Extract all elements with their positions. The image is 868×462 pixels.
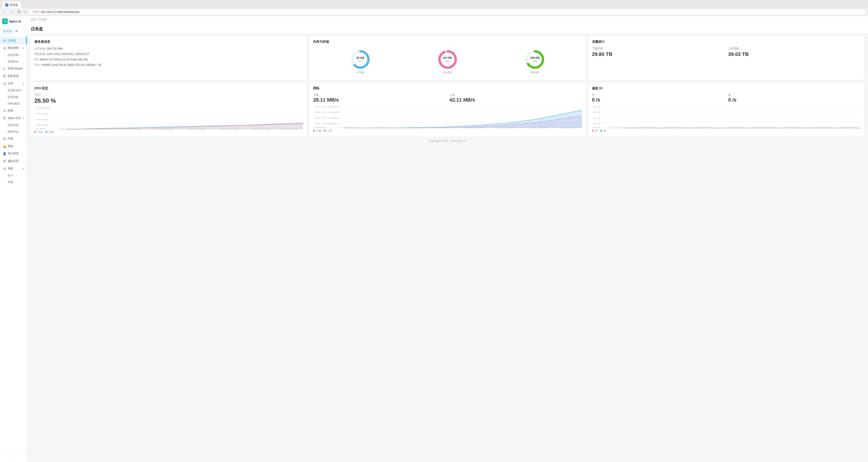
swap-gauge-container: 8.0 GB Swap 8.6 GB: [437, 49, 458, 74]
home-button[interactable]: ⌂: [23, 9, 27, 14]
sidebar-item-site-mgmt[interactable]: ◎ 网站管理 ∧: [0, 44, 27, 52]
svg-text:21:43:50: 21:43:50: [665, 127, 683, 128]
upload-traffic-label: 上传流量: [728, 47, 861, 51]
diskio-title: 磁盘 IO: [592, 86, 861, 90]
reload-button[interactable]: ↻: [17, 9, 22, 14]
sidebar-item-cert-list[interactable]: 证书列表: [0, 94, 27, 100]
dashboard-grid: 服务器信息 运行时间: 16d 11h 39m 系统负载: 1min: 5.63…: [31, 36, 864, 137]
download-traffic-value: 29.80 TB: [592, 51, 725, 57]
sidebar-item-env[interactable]: ☰ 环境: [0, 135, 27, 143]
sidebar-item-label: Nginx 日志: [8, 116, 21, 120]
sidebar-item-site-list[interactable]: 站点列表: [0, 52, 27, 58]
forward-button[interactable]: →: [9, 9, 15, 14]
cpu-value: 26.50 %: [34, 97, 303, 104]
sidebar-item-about[interactable]: 关于: [0, 172, 27, 179]
page-title: 仪表盘: [31, 26, 864, 32]
diskio-chart-legend: 写 读: [592, 129, 861, 132]
active-tab[interactable]: 仪表盘: [2, 1, 21, 8]
legend-read-label: 读: [603, 129, 606, 132]
svg-text:21:45:00: 21:45:00: [60, 128, 77, 130]
net-upload-label: 上传: [450, 93, 582, 97]
logo-text: Nginx UI: [9, 20, 21, 23]
svg-text:22:00:00: 22:00:00: [156, 128, 174, 130]
load-row: 系统负载: 1min: 5.63 | 5min:5.91 | 15min:5.2…: [34, 52, 303, 56]
back-button[interactable]: ←: [2, 9, 8, 14]
terminal-icon: ⊡: [3, 109, 6, 113]
breadcrumb-home[interactable]: 首页: [31, 18, 36, 22]
svg-text:18.10 MB/s: 18.10 MB/s: [314, 123, 340, 125]
svg-text:0.0: 0.0: [593, 106, 600, 108]
legend-down-label: 下载: [316, 129, 321, 132]
sidebar-item-add-site[interactable]: 添加站点: [0, 58, 27, 65]
page-header: 仪表盘: [27, 24, 868, 33]
legend-up-label: 上传: [327, 129, 332, 132]
chevron-up-icon: ∧: [23, 82, 24, 85]
sidebar-nav: ⊞ 仪表盘 ◎ 网站管理 ∧ 站点列表 添加站点 ▷ 管理 Stream ☰ 配…: [0, 36, 27, 455]
dashboard-icon: ⊞: [3, 39, 6, 42]
sidebar-item-terminal[interactable]: ⊡ 终端: [0, 107, 27, 115]
sidebar-item-system[interactable]: ◎ 系统 ∧: [0, 165, 27, 172]
site-mgmt-icon: ◎: [3, 47, 6, 50]
sidebar-item-nginx-log[interactable]: ☰ Nginx 日志 ∧: [0, 115, 27, 122]
download-traffic: 下载流量 29.80 TB: [592, 47, 725, 57]
sidebar-item-label: 环境: [8, 137, 13, 141]
sidebar-item-config-mgmt[interactable]: ☰ 配置管理: [0, 72, 27, 80]
cpu-legend-user: User: [34, 130, 43, 133]
mem-gauge-svg: 42 GB 内存: [350, 49, 370, 70]
mem-gauge-container: 42 GB 内存 67 GB: [350, 49, 370, 74]
sidebar-item-cert[interactable]: ◎ 证书 ∧: [0, 80, 27, 87]
url-text: 192.168.8.27:9091/#/dashboard: [41, 10, 79, 13]
sidebar-item-error-log[interactable]: 错误日志: [0, 128, 27, 135]
url-bar[interactable]: 不安全 192.168.8.27:9091/#/dashboard: [29, 9, 866, 15]
os-value: debian 12.0 (linux 6.2.16-3-pve x86_64): [40, 58, 88, 61]
sidebar-item-dashboard[interactable]: ⊞ 仪表盘: [0, 37, 27, 44]
logo-icon: N: [2, 19, 8, 24]
disk-gauge-svg: 328 GB 存储: [525, 49, 545, 70]
svg-text:21:55:00: 21:55:00: [124, 128, 141, 130]
os-label: OS:: [34, 58, 39, 61]
sidebar-item-notification[interactable]: 🔔 通知: [0, 143, 27, 150]
load-value: 1min: 5.63 | 5min:5.91 | 15min:5.27: [47, 53, 89, 56]
sidebar-item-access-log[interactable]: 访问日志: [0, 122, 27, 128]
svg-text:42 GB: 42 GB: [356, 56, 364, 59]
user-dot: [34, 131, 36, 133]
net-upload-value: 42.11 MB/s: [450, 97, 582, 103]
sidebar-logo: N Nginx UI: [0, 16, 27, 27]
uptime-row: 运行时间: 16d 11h 39m: [34, 47, 303, 51]
memory-gauges: 42 GB 内存 67 GB 8.0 GB: [313, 47, 582, 76]
cert-icon: ◎: [3, 82, 6, 85]
server-info-title: 服务器信息: [34, 40, 303, 44]
memory-title: 内存与存储: [313, 40, 582, 44]
memory-card: 内存与存储 42 GB 内存 67 GB: [309, 36, 585, 80]
diskio-card: 磁盘 IO 写 0 /s 读 0 /s: [588, 83, 864, 137]
sidebar-collapse-button[interactable]: ‹: [0, 455, 27, 462]
svg-text:0.0: 0.0: [593, 112, 600, 114]
sidebar-item-upgrade[interactable]: 升级: [0, 179, 27, 185]
net-download: 下载 28.11 MB/s: [313, 93, 446, 103]
sidebar-item-manage-stream[interactable]: ▷ 管理 Stream: [0, 65, 27, 72]
network-stats: 下载 28.11 MB/s 上传 42.11 MB/s: [313, 93, 582, 103]
footer: Copyright © 2021 - 2024 Nginx UI: [31, 137, 864, 145]
disk-total: 494 GB: [530, 71, 539, 74]
cpu-card-title: CPU 状态: [34, 86, 303, 90]
svg-text:内存: 内存: [358, 60, 362, 62]
disk-read: 读 0 /s: [728, 93, 861, 103]
disk-write: 写 0 /s: [592, 93, 725, 103]
env-button[interactable]: ☰ 本地: [2, 29, 13, 34]
svg-text:22:05:00: 22:05:00: [467, 127, 484, 128]
sidebar-item-dns-verify[interactable]: DNS 验证: [0, 100, 27, 107]
sidebar-item-acme-user[interactable]: ACME 用户: [0, 87, 27, 94]
sidebar-item-user-mgmt[interactable]: 👤 用户管理: [0, 150, 27, 157]
server-info-card: 服务器信息 运行时间: 16d 11h 39m 系统负载: 1min: 5.63…: [31, 36, 307, 80]
svg-text:36.21 MB/s: 36.21 MB/s: [314, 117, 340, 119]
sidebar-item-label: 仪表盘: [8, 39, 16, 42]
sidebar-item-preferences[interactable]: ⚙ 偏好设置: [0, 157, 27, 165]
svg-text:100.00: 100.00: [36, 107, 51, 109]
refresh-env-button[interactable]: ↺: [14, 29, 19, 34]
sidebar-env: ☰ 本地 ↺: [0, 27, 27, 36]
tab-favicon: [5, 3, 8, 6]
network-chart: 72.41 MB/s 54.31 MB/s 36.21 MB/s 18.10 M…: [313, 105, 582, 128]
disk-legend-write: 写: [592, 129, 598, 132]
down-dot: [313, 130, 315, 132]
breadcrumb-separator: /: [37, 18, 38, 21]
